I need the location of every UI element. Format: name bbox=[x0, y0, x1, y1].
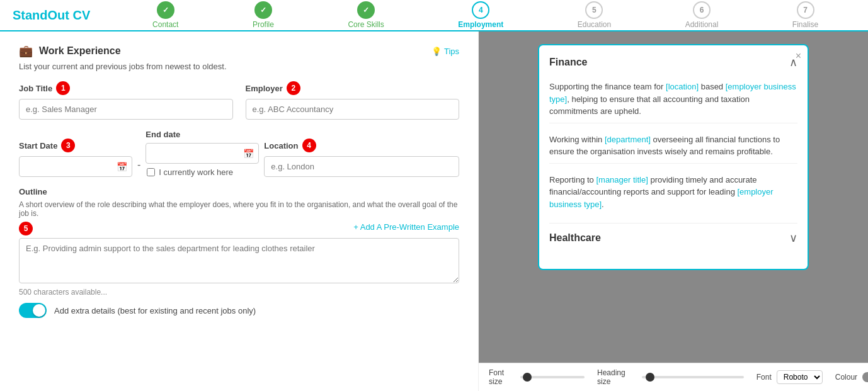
example-block-1: Working within [department] overseeing a… bbox=[549, 128, 797, 164]
outline-badge: 5 bbox=[19, 222, 33, 235]
job-title-input[interactable] bbox=[19, 99, 233, 120]
location-badge: 4 bbox=[302, 139, 316, 152]
colour-item: Colour bbox=[835, 372, 868, 382]
end-date-label-row: End date bbox=[146, 130, 259, 139]
font-size-slider-track bbox=[520, 376, 585, 378]
tips-label: Tips bbox=[444, 47, 459, 56]
start-date-input-wrap: 📅 bbox=[19, 156, 132, 177]
example-block-0: Supporting the finance team for [locatio… bbox=[549, 76, 797, 123]
color-dot-0[interactable] bbox=[862, 372, 868, 382]
popup-card: × Finance∧Supporting the finance team fo… bbox=[538, 44, 809, 270]
nav-step-education[interactable]: 5Education bbox=[578, 1, 611, 29]
heading-size-label: Heading size bbox=[597, 368, 637, 386]
employer-label-row: Employer 2 bbox=[246, 81, 460, 95]
start-date-calendar-icon[interactable]: 📅 bbox=[117, 162, 127, 172]
job-title-badge: 1 bbox=[56, 81, 70, 95]
font-size-slider-thumb[interactable] bbox=[523, 373, 532, 382]
add-details-toggle[interactable] bbox=[19, 303, 47, 318]
outline-label-row: Outline bbox=[19, 187, 459, 196]
step-circle-education: 5 bbox=[585, 1, 603, 19]
step-label-profile: Profile bbox=[253, 20, 274, 29]
subtitle: List your current and previous jobs from… bbox=[19, 62, 459, 71]
font-size-item: Font size bbox=[489, 368, 585, 386]
employer-input[interactable] bbox=[246, 99, 460, 120]
outline-textarea[interactable] bbox=[19, 238, 459, 283]
font-item: Font Roboto bbox=[757, 370, 823, 384]
job-title-group: Job Title 1 bbox=[19, 81, 233, 120]
step-label-education: Education bbox=[578, 20, 611, 29]
location-label: Location bbox=[264, 141, 298, 150]
add-example-link[interactable]: + Add A Pre-Written Example bbox=[37, 222, 459, 232]
employer-group: Employer 2 bbox=[246, 81, 460, 120]
end-date-calendar-icon[interactable]: 📅 bbox=[243, 149, 254, 159]
logo: StandOut CV bbox=[13, 8, 90, 23]
main-layout: 💼 Work Experience 💡 Tips List your curre… bbox=[0, 31, 868, 391]
section-header: 💼 Work Experience 💡 Tips bbox=[19, 44, 459, 58]
currently-work-row: I currently work here bbox=[147, 167, 259, 177]
employer-label: Employer bbox=[246, 84, 283, 93]
job-title-label-row: Job Title 1 bbox=[19, 81, 233, 95]
popup-inner: Finance∧Supporting the finance team for … bbox=[539, 45, 808, 269]
step-circle-contact: ✓ bbox=[157, 1, 174, 19]
currently-work-label: I currently work here bbox=[159, 167, 233, 177]
nav-step-employment[interactable]: 4Employment bbox=[458, 1, 503, 29]
tips-link[interactable]: 💡 Tips bbox=[431, 47, 459, 56]
end-date-group: End date 📅 I currently work here bbox=[146, 130, 259, 177]
end-date-input-wrap: 📅 bbox=[146, 143, 259, 164]
nav-step-profile[interactable]: ✓Profile bbox=[253, 1, 274, 29]
bulb-icon: 💡 bbox=[431, 47, 442, 56]
toggle-knob bbox=[33, 304, 45, 317]
font-select[interactable]: Roboto bbox=[777, 370, 823, 384]
outline-label: Outline bbox=[19, 187, 47, 196]
highlight-placeholder[interactable]: [location] bbox=[666, 82, 699, 91]
step-label-core-skills: Core Skills bbox=[348, 20, 384, 29]
font-size-label: Font size bbox=[489, 368, 515, 386]
location-label-row: Location 4 bbox=[264, 139, 459, 152]
left-panel: 💼 Work Experience 💡 Tips List your curre… bbox=[0, 31, 479, 391]
heading-size-item: Heading size bbox=[597, 368, 744, 386]
chevron-down-icon: ∨ bbox=[789, 231, 797, 245]
briefcase-icon: 💼 bbox=[19, 44, 33, 58]
nav-step-finalise[interactable]: 7Finalise bbox=[792, 1, 818, 29]
accordion-header-finance[interactable]: Finance∧ bbox=[549, 55, 797, 69]
end-date-label: End date bbox=[146, 130, 180, 139]
job-title-label: Job Title bbox=[19, 84, 52, 93]
highlight-placeholder[interactable]: [department] bbox=[605, 135, 651, 144]
nav-step-core-skills[interactable]: ✓Core Skills bbox=[348, 1, 384, 29]
job-employer-row: Job Title 1 Employer 2 bbox=[19, 81, 459, 120]
toggle-label: Add extra details (best for existing and… bbox=[54, 306, 256, 315]
step-circle-additional: 6 bbox=[693, 1, 711, 19]
colour-label: Colour bbox=[835, 373, 857, 382]
start-date-input[interactable] bbox=[19, 156, 132, 177]
color-dots bbox=[862, 372, 868, 382]
step-circle-employment: 4 bbox=[472, 1, 489, 19]
location-group: Location 4 bbox=[264, 139, 459, 177]
start-date-badge: 3 bbox=[61, 139, 75, 152]
logo-cyan: CV bbox=[73, 8, 91, 22]
start-date-label-row: Start Date 3 bbox=[19, 139, 132, 152]
accordion-finance: Finance∧Supporting the finance team for … bbox=[549, 55, 797, 224]
currently-work-checkbox[interactable] bbox=[147, 168, 155, 176]
highlight-placeholder[interactable]: [manager title] bbox=[596, 175, 648, 184]
accordion-healthcare: Healthcare∨ bbox=[549, 231, 797, 259]
popup-close-button[interactable]: × bbox=[796, 50, 801, 62]
accordion-header-healthcare[interactable]: Healthcare∨ bbox=[549, 231, 797, 245]
nav-step-additional[interactable]: 6Additional bbox=[685, 1, 719, 29]
step-label-additional: Additional bbox=[685, 20, 719, 29]
end-date-input[interactable] bbox=[146, 143, 259, 164]
heading-size-slider-track bbox=[642, 376, 744, 378]
nav-steps: ✓Contact✓Profile✓Core Skills4Employment5… bbox=[115, 1, 855, 29]
step-circle-core-skills: ✓ bbox=[357, 1, 375, 19]
highlight-placeholder[interactable]: [employer business type] bbox=[549, 187, 774, 209]
nav-step-contact[interactable]: ✓Contact bbox=[152, 1, 178, 29]
step-label-contact: Contact bbox=[152, 20, 178, 29]
bottom-bar: Font size Heading size Font Roboto Colou… bbox=[479, 363, 868, 391]
accordion-title-finance: Finance bbox=[549, 57, 587, 68]
location-input[interactable] bbox=[264, 156, 459, 177]
date-separator: - bbox=[137, 159, 140, 177]
toggle-row: Add extra details (best for existing and… bbox=[19, 303, 459, 318]
accordion-title-healthcare: Healthcare bbox=[549, 232, 601, 244]
heading-size-slider-thumb[interactable] bbox=[646, 373, 654, 382]
char-count: 500 characters available... bbox=[19, 288, 459, 297]
start-date-group: Start Date 3 📅 bbox=[19, 139, 132, 177]
